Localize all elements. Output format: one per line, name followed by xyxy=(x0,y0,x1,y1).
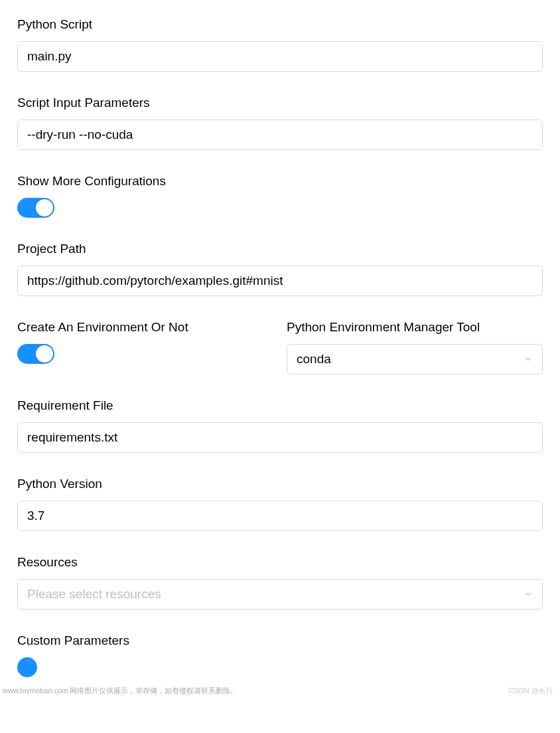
python-version-input[interactable] xyxy=(17,501,543,531)
create-environment-toggle[interactable] xyxy=(17,344,54,364)
watermark-right: CSDN @长行 xyxy=(509,686,553,696)
show-more-configurations-group: Show More Configurations xyxy=(17,174,543,218)
script-input-parameters-input[interactable] xyxy=(17,120,543,150)
requirement-file-group: Requirement File xyxy=(17,398,543,453)
python-script-input[interactable] xyxy=(17,41,543,72)
project-path-group: Project Path xyxy=(17,242,543,296)
python-script-label: Python Script xyxy=(17,17,543,32)
toggle-knob xyxy=(36,345,53,363)
create-environment-group: Create An Environment Or Not xyxy=(17,320,273,374)
script-input-parameters-label: Script Input Parameters xyxy=(17,96,543,110)
requirement-file-input[interactable] xyxy=(17,422,543,453)
resources-select[interactable]: Please select resources xyxy=(17,579,543,610)
python-script-group: Python Script xyxy=(17,17,543,72)
python-env-manager-label: Python Environment Manager Tool xyxy=(287,320,543,335)
custom-parameters-toggle[interactable] xyxy=(17,657,37,677)
python-env-manager-group: Python Environment Manager Tool conda xyxy=(287,320,543,374)
resources-label: Resources xyxy=(17,555,543,570)
env-row: Create An Environment Or Not Python Envi… xyxy=(17,320,543,374)
script-input-parameters-group: Script Input Parameters xyxy=(17,96,543,150)
python-env-manager-select[interactable]: conda xyxy=(287,344,543,374)
create-environment-label: Create An Environment Or Not xyxy=(17,320,273,335)
requirement-file-label: Requirement File xyxy=(17,398,543,413)
resources-group: Resources Please select resources xyxy=(17,555,543,610)
custom-parameters-group: Custom Parameters xyxy=(17,633,543,677)
show-more-configurations-label: Show More Configurations xyxy=(17,174,543,189)
python-env-manager-value: conda xyxy=(297,352,331,366)
toggle-knob xyxy=(36,199,53,216)
python-version-label: Python Version xyxy=(17,477,543,491)
chevron-down-icon xyxy=(524,590,533,599)
chevron-down-icon xyxy=(524,355,533,364)
show-more-configurations-toggle[interactable] xyxy=(17,198,54,218)
watermark-left: www.toymoban.com 网络图片仅供展示，非存储，如有侵权请联系删除。 xyxy=(3,686,238,696)
project-path-input[interactable] xyxy=(17,266,543,296)
project-path-label: Project Path xyxy=(17,242,543,256)
python-version-group: Python Version xyxy=(17,477,543,531)
custom-parameters-label: Custom Parameters xyxy=(17,633,543,648)
resources-placeholder: Please select resources xyxy=(27,587,161,602)
